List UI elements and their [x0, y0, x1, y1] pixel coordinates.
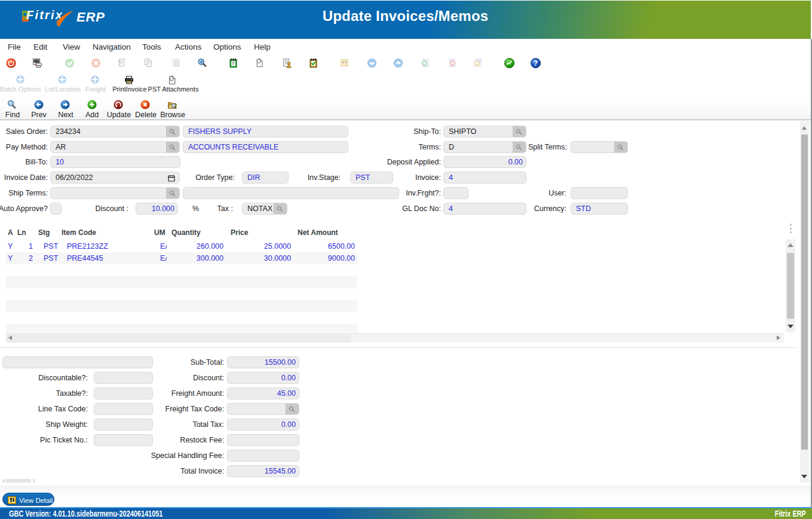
svg-text:?: ? — [534, 59, 538, 68]
svg-text:Fitrix: Fitrix — [26, 8, 63, 22]
svg-text:ERP: ERP — [76, 10, 105, 25]
